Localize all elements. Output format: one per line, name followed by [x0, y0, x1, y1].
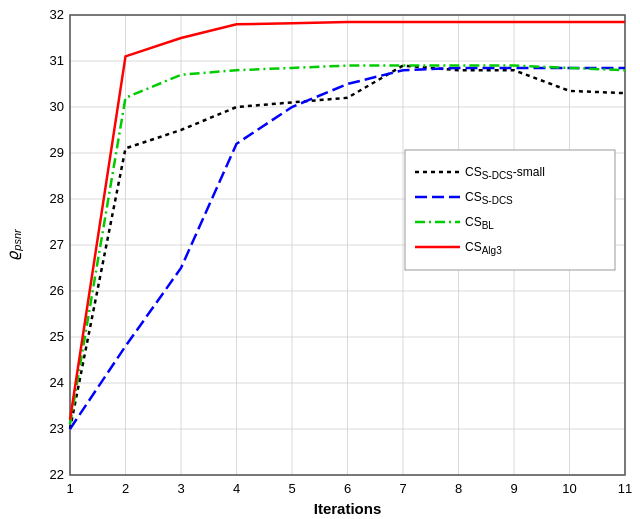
svg-text:28: 28	[50, 191, 64, 206]
svg-text:10: 10	[562, 481, 576, 496]
svg-text:29: 29	[50, 145, 64, 160]
svg-text:24: 24	[50, 375, 64, 390]
svg-text:31: 31	[50, 53, 64, 68]
svg-text:2: 2	[122, 481, 129, 496]
svg-text:25: 25	[50, 329, 64, 344]
svg-text:9: 9	[510, 481, 517, 496]
x-axis-label: Iterations	[314, 500, 382, 517]
svg-text:30: 30	[50, 99, 64, 114]
svg-text:4: 4	[233, 481, 240, 496]
svg-rect-47	[405, 150, 615, 270]
chart-container: 1 2 3 4 5 6 7 8 9 10 11 22 23 24 25 26 2…	[0, 0, 640, 519]
svg-text:32: 32	[50, 7, 64, 22]
svg-text:8: 8	[455, 481, 462, 496]
svg-text:23: 23	[50, 421, 64, 436]
svg-text:11: 11	[618, 481, 632, 496]
svg-text:26: 26	[50, 283, 64, 298]
svg-text:1: 1	[66, 481, 73, 496]
svg-text:22: 22	[50, 467, 64, 482]
svg-text:6: 6	[344, 481, 351, 496]
svg-text:27: 27	[50, 237, 64, 252]
svg-text:3: 3	[177, 481, 184, 496]
svg-text:5: 5	[288, 481, 295, 496]
svg-text:7: 7	[399, 481, 406, 496]
